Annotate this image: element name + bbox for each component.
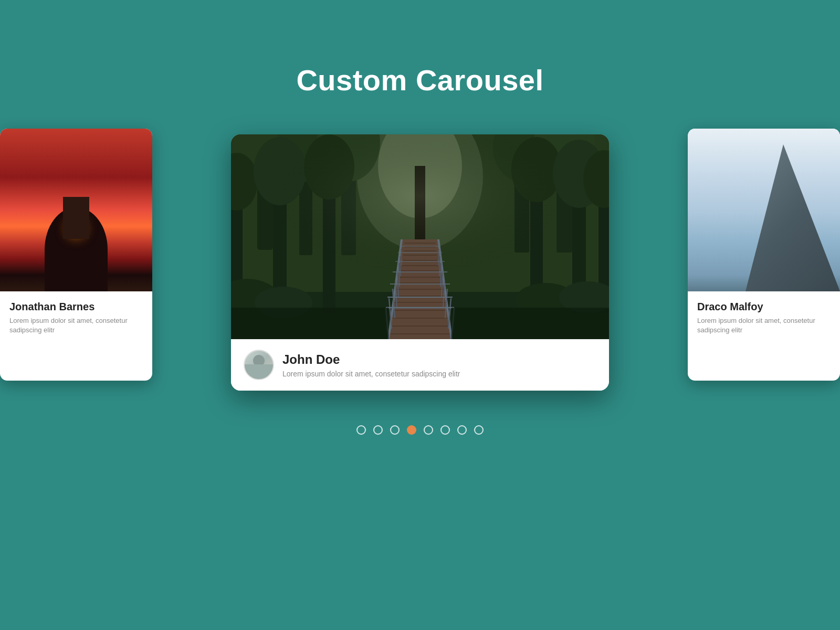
slide-active-name: John Doe xyxy=(282,352,460,367)
slide-left-name: Jonathan Barnes xyxy=(9,301,143,313)
slide-active-avatar xyxy=(244,350,274,380)
carousel-slide-left[interactable]: Jonathan Barnes Lorem ipsum dolor sit am… xyxy=(0,129,152,381)
carousel-slide-right[interactable]: Draco Malfoy Lorem ipsum dolor sit amet,… xyxy=(688,129,840,381)
slide-active-info: John Doe Lorem ipsum dolor sit amet, con… xyxy=(231,339,609,391)
slide-active-image xyxy=(231,134,609,339)
dot-2[interactable] xyxy=(390,425,400,435)
slide-left-description: Lorem ipsum dolor sit amet, consetetur s… xyxy=(9,316,143,335)
dot-0[interactable] xyxy=(356,425,366,435)
dot-6[interactable] xyxy=(457,425,467,435)
slide-left-image xyxy=(0,129,152,291)
slide-right-description: Lorem ipsum dolor sit amet, consetetur s… xyxy=(697,316,831,335)
dot-7[interactable] xyxy=(474,425,484,435)
dot-1[interactable] xyxy=(373,425,383,435)
slide-active-text: John Doe Lorem ipsum dolor sit amet, con… xyxy=(282,352,460,378)
svg-rect-76 xyxy=(231,134,609,339)
page-title: Custom Carousel xyxy=(296,63,543,97)
dot-3[interactable] xyxy=(407,425,416,435)
dot-4[interactable] xyxy=(424,425,433,435)
carousel-dots xyxy=(356,425,484,435)
slide-right-info: Draco Malfoy Lorem ipsum dolor sit amet,… xyxy=(688,291,840,344)
slide-right-image xyxy=(688,129,840,291)
sun-glow-decoration xyxy=(71,223,81,234)
slide-left-info: Jonathan Barnes Lorem ipsum dolor sit am… xyxy=(0,291,152,344)
slide-right-name: Draco Malfoy xyxy=(697,301,831,313)
dot-5[interactable] xyxy=(440,425,450,435)
carousel-container: Jonathan Barnes Lorem ipsum dolor sit am… xyxy=(0,129,840,396)
forest-bridge-illustration xyxy=(231,134,609,339)
slide-active-description: Lorem ipsum dolor sit amet, consetetur s… xyxy=(282,370,460,378)
carousel-slide-active[interactable]: John Doe Lorem ipsum dolor sit amet, con… xyxy=(231,134,609,391)
